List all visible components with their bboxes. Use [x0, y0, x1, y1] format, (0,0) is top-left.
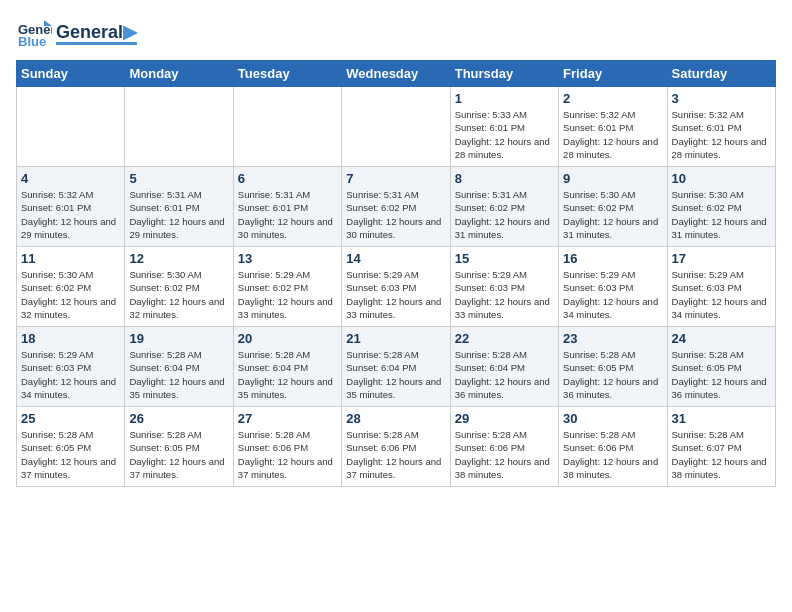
day-info: Sunrise: 5:28 AM Sunset: 6:06 PM Dayligh… [346, 428, 445, 481]
day-number: 14 [346, 251, 445, 266]
calendar-cell: 2 Sunrise: 5:32 AM Sunset: 6:01 PM Dayli… [559, 87, 667, 167]
day-info: Sunrise: 5:31 AM Sunset: 6:01 PM Dayligh… [238, 188, 337, 241]
day-info: Sunrise: 5:28 AM Sunset: 6:06 PM Dayligh… [563, 428, 662, 481]
day-number: 4 [21, 171, 120, 186]
day-number: 22 [455, 331, 554, 346]
day-info: Sunrise: 5:29 AM Sunset: 6:02 PM Dayligh… [238, 268, 337, 321]
calendar-cell: 19 Sunrise: 5:28 AM Sunset: 6:04 PM Dayl… [125, 327, 233, 407]
day-info: Sunrise: 5:28 AM Sunset: 6:05 PM Dayligh… [563, 348, 662, 401]
calendar-cell: 29 Sunrise: 5:28 AM Sunset: 6:06 PM Dayl… [450, 407, 558, 487]
svg-text:Blue: Blue [18, 34, 46, 49]
day-info: Sunrise: 5:29 AM Sunset: 6:03 PM Dayligh… [21, 348, 120, 401]
calendar-cell: 21 Sunrise: 5:28 AM Sunset: 6:04 PM Dayl… [342, 327, 450, 407]
day-number: 2 [563, 91, 662, 106]
calendar-cell: 10 Sunrise: 5:30 AM Sunset: 6:02 PM Dayl… [667, 167, 775, 247]
day-info: Sunrise: 5:33 AM Sunset: 6:01 PM Dayligh… [455, 108, 554, 161]
day-info: Sunrise: 5:31 AM Sunset: 6:02 PM Dayligh… [346, 188, 445, 241]
day-info: Sunrise: 5:31 AM Sunset: 6:01 PM Dayligh… [129, 188, 228, 241]
calendar-cell: 15 Sunrise: 5:29 AM Sunset: 6:03 PM Dayl… [450, 247, 558, 327]
day-number: 16 [563, 251, 662, 266]
day-number: 7 [346, 171, 445, 186]
weekday-header-monday: Monday [125, 61, 233, 87]
calendar-cell [125, 87, 233, 167]
day-number: 13 [238, 251, 337, 266]
weekday-header-sunday: Sunday [17, 61, 125, 87]
calendar-cell: 30 Sunrise: 5:28 AM Sunset: 6:06 PM Dayl… [559, 407, 667, 487]
day-number: 20 [238, 331, 337, 346]
day-info: Sunrise: 5:28 AM Sunset: 6:04 PM Dayligh… [129, 348, 228, 401]
calendar-week-row: 18 Sunrise: 5:29 AM Sunset: 6:03 PM Dayl… [17, 327, 776, 407]
day-info: Sunrise: 5:32 AM Sunset: 6:01 PM Dayligh… [672, 108, 771, 161]
day-number: 18 [21, 331, 120, 346]
calendar-cell: 20 Sunrise: 5:28 AM Sunset: 6:04 PM Dayl… [233, 327, 341, 407]
day-number: 15 [455, 251, 554, 266]
day-number: 9 [563, 171, 662, 186]
day-info: Sunrise: 5:30 AM Sunset: 6:02 PM Dayligh… [672, 188, 771, 241]
day-info: Sunrise: 5:28 AM Sunset: 6:04 PM Dayligh… [346, 348, 445, 401]
calendar-table: SundayMondayTuesdayWednesdayThursdayFrid… [16, 60, 776, 487]
calendar-cell: 31 Sunrise: 5:28 AM Sunset: 6:07 PM Dayl… [667, 407, 775, 487]
calendar-cell: 17 Sunrise: 5:29 AM Sunset: 6:03 PM Dayl… [667, 247, 775, 327]
day-info: Sunrise: 5:29 AM Sunset: 6:03 PM Dayligh… [455, 268, 554, 321]
day-number: 30 [563, 411, 662, 426]
calendar-week-row: 1 Sunrise: 5:33 AM Sunset: 6:01 PM Dayli… [17, 87, 776, 167]
weekday-header-friday: Friday [559, 61, 667, 87]
logo-line2 [56, 42, 137, 45]
day-info: Sunrise: 5:28 AM Sunset: 6:05 PM Dayligh… [672, 348, 771, 401]
day-number: 28 [346, 411, 445, 426]
calendar-cell: 24 Sunrise: 5:28 AM Sunset: 6:05 PM Dayl… [667, 327, 775, 407]
day-number: 5 [129, 171, 228, 186]
weekday-header-saturday: Saturday [667, 61, 775, 87]
day-info: Sunrise: 5:28 AM Sunset: 6:06 PM Dayligh… [238, 428, 337, 481]
day-number: 27 [238, 411, 337, 426]
calendar-cell: 6 Sunrise: 5:31 AM Sunset: 6:01 PM Dayli… [233, 167, 341, 247]
calendar-cell: 25 Sunrise: 5:28 AM Sunset: 6:05 PM Dayl… [17, 407, 125, 487]
day-number: 21 [346, 331, 445, 346]
day-info: Sunrise: 5:32 AM Sunset: 6:01 PM Dayligh… [563, 108, 662, 161]
calendar-cell: 26 Sunrise: 5:28 AM Sunset: 6:05 PM Dayl… [125, 407, 233, 487]
logo-line1: General▶ [56, 23, 137, 43]
calendar-cell [342, 87, 450, 167]
day-info: Sunrise: 5:30 AM Sunset: 6:02 PM Dayligh… [563, 188, 662, 241]
day-info: Sunrise: 5:28 AM Sunset: 6:07 PM Dayligh… [672, 428, 771, 481]
calendar-cell: 23 Sunrise: 5:28 AM Sunset: 6:05 PM Dayl… [559, 327, 667, 407]
day-info: Sunrise: 5:31 AM Sunset: 6:02 PM Dayligh… [455, 188, 554, 241]
weekday-header-wednesday: Wednesday [342, 61, 450, 87]
calendar-cell: 4 Sunrise: 5:32 AM Sunset: 6:01 PM Dayli… [17, 167, 125, 247]
day-info: Sunrise: 5:28 AM Sunset: 6:05 PM Dayligh… [21, 428, 120, 481]
calendar-cell [17, 87, 125, 167]
day-number: 1 [455, 91, 554, 106]
calendar-cell: 3 Sunrise: 5:32 AM Sunset: 6:01 PM Dayli… [667, 87, 775, 167]
calendar-week-row: 25 Sunrise: 5:28 AM Sunset: 6:05 PM Dayl… [17, 407, 776, 487]
calendar-cell: 28 Sunrise: 5:28 AM Sunset: 6:06 PM Dayl… [342, 407, 450, 487]
day-info: Sunrise: 5:29 AM Sunset: 6:03 PM Dayligh… [563, 268, 662, 321]
day-info: Sunrise: 5:29 AM Sunset: 6:03 PM Dayligh… [672, 268, 771, 321]
day-info: Sunrise: 5:28 AM Sunset: 6:04 PM Dayligh… [238, 348, 337, 401]
calendar-cell: 12 Sunrise: 5:30 AM Sunset: 6:02 PM Dayl… [125, 247, 233, 327]
calendar-cell [233, 87, 341, 167]
calendar-cell: 27 Sunrise: 5:28 AM Sunset: 6:06 PM Dayl… [233, 407, 341, 487]
calendar-header-row: SundayMondayTuesdayWednesdayThursdayFrid… [17, 61, 776, 87]
calendar-cell: 1 Sunrise: 5:33 AM Sunset: 6:01 PM Dayli… [450, 87, 558, 167]
day-number: 17 [672, 251, 771, 266]
day-info: Sunrise: 5:29 AM Sunset: 6:03 PM Dayligh… [346, 268, 445, 321]
day-number: 19 [129, 331, 228, 346]
day-number: 26 [129, 411, 228, 426]
page-header: General Blue General▶ [16, 16, 776, 52]
day-number: 25 [21, 411, 120, 426]
calendar-cell: 16 Sunrise: 5:29 AM Sunset: 6:03 PM Dayl… [559, 247, 667, 327]
calendar-cell: 11 Sunrise: 5:30 AM Sunset: 6:02 PM Dayl… [17, 247, 125, 327]
calendar-cell: 22 Sunrise: 5:28 AM Sunset: 6:04 PM Dayl… [450, 327, 558, 407]
day-number: 3 [672, 91, 771, 106]
day-number: 6 [238, 171, 337, 186]
weekday-header-thursday: Thursday [450, 61, 558, 87]
calendar-cell: 9 Sunrise: 5:30 AM Sunset: 6:02 PM Dayli… [559, 167, 667, 247]
calendar-cell: 18 Sunrise: 5:29 AM Sunset: 6:03 PM Dayl… [17, 327, 125, 407]
calendar-cell: 5 Sunrise: 5:31 AM Sunset: 6:01 PM Dayli… [125, 167, 233, 247]
logo-text-block: General▶ [56, 23, 137, 46]
day-number: 12 [129, 251, 228, 266]
calendar-cell: 8 Sunrise: 5:31 AM Sunset: 6:02 PM Dayli… [450, 167, 558, 247]
day-number: 23 [563, 331, 662, 346]
day-info: Sunrise: 5:30 AM Sunset: 6:02 PM Dayligh… [129, 268, 228, 321]
logo-icon: General Blue [16, 16, 52, 52]
